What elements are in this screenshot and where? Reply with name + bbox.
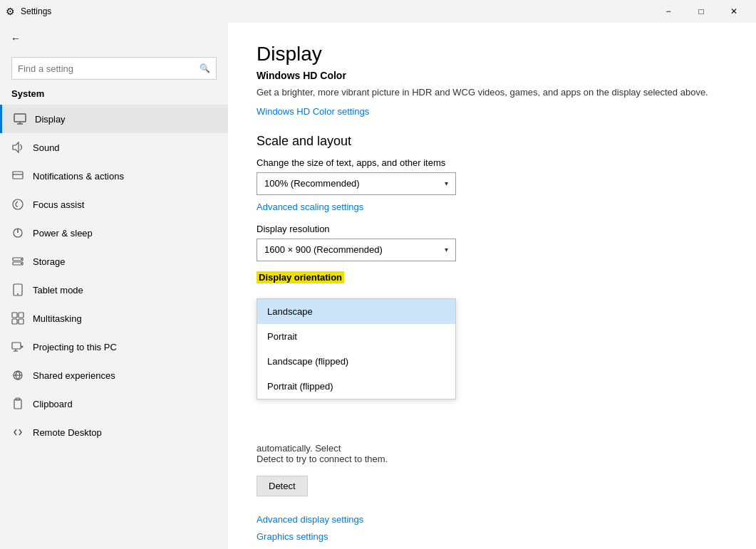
- svg-rect-18: [12, 343, 21, 349]
- sidebar-item-multitasking-label: Multitasking: [33, 313, 82, 324]
- sidebar-item-shared-experiences-label: Shared experiences: [33, 370, 115, 381]
- windows-hd-color-description: Get a brighter, more vibrant picture in …: [257, 85, 727, 100]
- title-bar: ⚙ Settings − □ ✕: [0, 0, 756, 23]
- sidebar-item-storage-label: Storage: [33, 256, 66, 267]
- sidebar-item-remote-desktop[interactable]: Remote Desktop: [0, 418, 228, 446]
- projecting-icon: [11, 340, 24, 353]
- sidebar-item-storage[interactable]: Storage: [0, 247, 228, 276]
- multitasking-icon: [11, 312, 24, 325]
- svg-rect-4: [13, 172, 23, 179]
- sidebar-item-projecting[interactable]: Projecting to this PC: [0, 333, 228, 361]
- advanced-display-link-wrapper: Advanced display settings: [257, 513, 727, 525]
- sidebar-item-tablet-mode-label: Tablet mode: [33, 285, 83, 296]
- sidebar-item-display[interactable]: Display: [0, 105, 228, 133]
- scale-layout-title: Scale and layout: [257, 134, 727, 149]
- scale-dropdown-value: 100% (Recommended): [264, 178, 360, 189]
- storage-icon: [11, 255, 24, 268]
- settings-icon: ⚙: [6, 6, 15, 17]
- sidebar-item-clipboard[interactable]: Clipboard: [0, 389, 228, 418]
- graphics-settings-link-wrapper: Graphics settings: [257, 530, 727, 542]
- sidebar: ← 🔍 System Display Sound Notificatio: [0, 23, 228, 549]
- graphics-settings-link[interactable]: Graphics settings: [257, 531, 328, 542]
- back-button[interactable]: ←: [6, 28, 26, 48]
- resolution-label: Display resolution: [257, 224, 727, 234]
- orientation-dropdown-menu: Landscape Portrait Landscape (flipped) P…: [257, 298, 456, 399]
- svg-rect-14: [12, 313, 17, 318]
- resolution-dropdown[interactable]: 1600 × 900 (Recommended) ▾: [257, 239, 456, 261]
- sidebar-item-focus-assist-label: Focus assist: [33, 199, 84, 210]
- shared-experiences-icon: [11, 369, 24, 382]
- title-bar-controls: − □ ✕: [652, 0, 750, 23]
- scale-dropdown-arrow-icon: ▾: [445, 179, 448, 187]
- svg-rect-23: [14, 399, 21, 409]
- sidebar-item-sound-label: Sound: [33, 142, 60, 153]
- resolution-dropdown-value: 1600 × 900 (Recommended): [264, 244, 383, 255]
- sidebar-item-display-label: Display: [35, 114, 66, 125]
- main-container: ← 🔍 System Display Sound Notificatio: [0, 23, 756, 549]
- tablet-icon: [11, 283, 24, 296]
- minimize-button[interactable]: −: [652, 0, 685, 23]
- sidebar-item-clipboard-label: Clipboard: [33, 399, 73, 409]
- sidebar-item-notifications-label: Notifications & actions: [33, 171, 124, 182]
- sidebar-item-focus-assist[interactable]: Focus assist: [0, 190, 228, 219]
- close-button[interactable]: ✕: [718, 0, 750, 23]
- scale-field-label: Change the size of text, apps, and other…: [257, 157, 727, 168]
- windows-hd-color-link[interactable]: Windows HD Color settings: [257, 106, 369, 117]
- remote-desktop-icon: [11, 426, 24, 439]
- sidebar-item-notifications[interactable]: Notifications & actions: [0, 162, 228, 190]
- resolution-dropdown-arrow-icon: ▾: [445, 246, 448, 253]
- windows-hd-color-title: Windows HD Color: [257, 70, 727, 81]
- detect-section: automatically. Select Detect to try to c…: [257, 443, 727, 496]
- detect-button[interactable]: Detect: [257, 476, 308, 496]
- search-input[interactable]: [18, 63, 195, 74]
- svg-point-13: [17, 293, 19, 295]
- display-icon: [14, 113, 26, 125]
- search-container: 🔍: [0, 54, 228, 85]
- svg-marker-3: [13, 142, 19, 152]
- sidebar-item-tablet-mode[interactable]: Tablet mode: [0, 276, 228, 304]
- resolution-dropdown-wrapper: 1600 × 900 (Recommended) ▾: [257, 239, 456, 261]
- sidebar-item-multitasking[interactable]: Multitasking: [0, 304, 228, 333]
- orientation-option-portrait[interactable]: Portrait: [257, 324, 455, 349]
- focus-assist-icon: [11, 198, 24, 211]
- svg-rect-0: [14, 114, 26, 122]
- advanced-scaling-link[interactable]: Advanced scaling settings: [257, 202, 363, 212]
- sidebar-item-projecting-label: Projecting to this PC: [33, 342, 117, 352]
- sound-icon: [11, 141, 24, 154]
- power-icon: [11, 226, 24, 239]
- advanced-scaling-link-wrapper: Advanced scaling settings: [257, 201, 727, 212]
- content-area: Display Windows HD Color Get a brighter,…: [228, 23, 756, 549]
- orientation-label: Display orientation: [257, 271, 344, 283]
- sidebar-item-sound[interactable]: Sound: [0, 133, 228, 162]
- scale-dropdown-wrapper: 100% (Recommended) ▾: [257, 172, 456, 195]
- svg-rect-16: [12, 319, 17, 324]
- scale-dropdown[interactable]: 100% (Recommended) ▾: [257, 172, 456, 195]
- svg-point-10: [21, 258, 22, 260]
- sidebar-item-shared-experiences[interactable]: Shared experiences: [0, 361, 228, 389]
- clipboard-icon: [11, 397, 24, 410]
- advanced-display-link[interactable]: Advanced display settings: [257, 514, 363, 525]
- notifications-icon: [11, 169, 24, 182]
- sidebar-item-power-sleep-label: Power & sleep: [33, 228, 93, 239]
- detect-description: automatically. Select Detect to try to c…: [257, 443, 727, 464]
- search-box: 🔍: [11, 57, 217, 80]
- sidebar-item-power-sleep[interactable]: Power & sleep: [0, 219, 228, 247]
- title-bar-title: Settings: [21, 6, 51, 16]
- search-icon: 🔍: [200, 63, 210, 73]
- sidebar-item-remote-desktop-label: Remote Desktop: [33, 427, 102, 438]
- orientation-option-landscape-flipped[interactable]: Landscape (flipped): [257, 349, 455, 374]
- system-label: System: [0, 85, 228, 105]
- svg-point-11: [21, 263, 22, 264]
- svg-rect-15: [19, 313, 24, 318]
- orientation-option-landscape[interactable]: Landscape: [257, 299, 455, 324]
- svg-rect-17: [19, 319, 24, 324]
- title-bar-left: ⚙ Settings: [6, 6, 51, 17]
- scale-layout-section: Scale and layout Change the size of text…: [257, 134, 727, 300]
- page-title: Display: [257, 43, 727, 66]
- restore-button[interactable]: □: [685, 0, 718, 23]
- orientation-option-portrait-flipped[interactable]: Portrait (flipped): [257, 374, 455, 399]
